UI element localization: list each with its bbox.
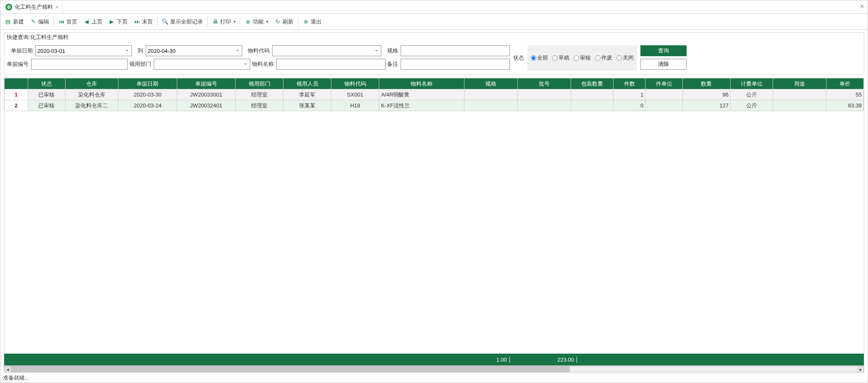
remark-input[interactable] [401,59,510,70]
table-row[interactable]: 1已审核染化料仓库2020-03-30JW20033001经理室李延军SX001… [5,89,864,100]
cell-qty: 127 [682,100,730,111]
col-header[interactable]: 领用人员 [283,78,331,89]
cell-dept: 经理室 [236,89,283,100]
globe-icon [5,4,12,10]
col-header[interactable]: 单据日期 [118,78,177,89]
col-header[interactable]: 仓库 [65,78,118,89]
window-close-icon[interactable]: × [860,2,864,11]
next-icon: ▶ [108,18,115,25]
function-button[interactable]: ≣ 功能 ▾ [242,17,271,26]
cell-spec [464,100,518,111]
col-header[interactable]: 领用部门 [236,78,283,89]
label-spec: 规格 [383,47,399,55]
col-header[interactable]: 包装数量 [571,78,613,89]
col-header[interactable]: 物料代码 [331,78,379,89]
horizontal-scrollbar[interactable]: ◂ ▸ [4,366,864,373]
print-button[interactable]: 🖶 打印 ▾ [209,17,238,26]
col-header[interactable]: 物料名称 [379,78,464,89]
col-header[interactable]: 单据编号 [177,78,235,89]
mat-name-input[interactable] [276,59,385,70]
label-remark: 备注 [387,60,399,68]
label-doc-date: 单据日期 [7,47,34,55]
row-index: 1 [5,89,28,100]
radio-closed[interactable]: 关闭 [616,54,634,62]
filter-title: 快捷查询:化工料生产领料 [4,33,864,42]
last-page-button[interactable]: ⏭ 末页 [131,17,155,26]
tab-bar: 化工料生产领料 × × [0,0,868,14]
col-header[interactable]: 件单位 [645,78,683,89]
tab-title: 化工料生产领料 [15,3,53,11]
cell-mat_code: H18 [331,100,379,111]
radio-void[interactable]: 作废 [595,54,612,62]
tab-item[interactable]: 化工料生产领料 × [2,2,63,13]
col-header[interactable]: 状态 [28,78,65,89]
label-mat-code: 物料代码 [244,47,271,55]
search-icon: 🔍 [162,18,168,25]
label-doc-no: 单据编号 [7,60,29,68]
footer-total: 223.00 [539,357,577,363]
col-header[interactable]: 件数 [614,78,645,89]
data-grid: 状态仓库单据日期单据编号领用部门领用人员物料代码物料名称规格批号包装数量件数件单… [4,78,864,366]
cell-use [773,89,826,100]
exit-button[interactable]: ⊗ 退出 [300,17,324,26]
cell-warehouse: 染化料仓库 [65,89,118,100]
edit-button[interactable]: ✎ 编辑 [27,17,52,26]
list-icon: ≣ [244,18,251,25]
refresh-icon: ↻ [274,18,281,25]
col-header[interactable]: 批号 [517,78,571,89]
print-icon: 🖶 [212,18,218,25]
next-page-button[interactable]: ▶ 下页 [106,17,130,26]
radio-all[interactable]: 全部 [531,54,548,62]
col-header[interactable]: 用途 [773,78,826,89]
cell-date: 2020-03-30 [118,89,177,100]
prev-icon: ◀ [83,18,90,25]
table-row[interactable]: 2已审核染化料仓库二2020-03-24JW20032401经理室张某某H18K… [5,100,864,111]
cell-person: 张某某 [283,100,331,111]
tab-close-icon[interactable]: × [55,4,59,10]
cell-status: 已审核 [28,89,65,100]
first-page-button[interactable]: ⏮ 首页 [55,17,80,26]
cell-no: JW20033001 [177,89,235,100]
col-header-index[interactable] [5,78,28,89]
cell-person: 李延军 [283,89,331,100]
col-header[interactable]: 计量单位 [730,78,773,89]
radio-draft[interactable]: 草稿 [552,54,569,62]
mat-code-input[interactable] [272,45,381,56]
col-header[interactable]: 规格 [464,78,518,89]
doc-no-input[interactable] [31,59,128,70]
refresh-button[interactable]: ↻ 刷新 [272,17,296,26]
scroll-thumb[interactable] [11,366,570,372]
cell-pieces: 1 [614,89,645,100]
date-from-input[interactable] [35,45,132,56]
cell-unit: 公斤 [730,100,773,111]
cell-mat_name: A/4R弱酸黄 [379,89,464,100]
spec-input[interactable] [401,45,510,56]
cell-date: 2020-03-24 [118,100,177,111]
filter-panel: 快捷查询:化工料生产领料 单据日期 到 物料代码 规格 单据编号 领用部门 [4,32,864,75]
cell-warehouse: 染化料仓库二 [65,100,118,111]
label-mat-name: 物料名称 [252,60,275,68]
cell-lot [517,100,571,111]
cell-qty: 96 [682,89,730,100]
cell-use [773,100,826,111]
search-button[interactable]: 查询 [640,45,687,56]
cell-unit: 公斤 [730,89,773,100]
exit-icon: ⊗ [302,18,309,25]
col-header[interactable]: 单价 [826,78,864,89]
scroll-right-icon[interactable]: ▸ [857,366,864,372]
statusbar: 准备就绪... [0,373,868,383]
clear-button[interactable]: 清除 [640,59,687,70]
scroll-left-icon[interactable]: ◂ [4,366,11,372]
cell-lot [517,89,571,100]
col-header[interactable]: 数量 [682,78,730,89]
date-to-input[interactable] [146,45,242,56]
new-button[interactable]: ▤ 新建 [2,17,26,26]
show-all-button[interactable]: 🔍 显示全部记录 [159,17,205,26]
cell-mat_code: SX001 [331,89,379,100]
last-icon: ⏭ [134,18,140,25]
dept-input[interactable] [154,59,250,70]
cell-dept: 经理室 [236,100,283,111]
radio-audit[interactable]: 审核 [574,54,591,62]
first-icon: ⏮ [58,18,65,25]
prev-page-button[interactable]: ◀ 上页 [81,17,105,26]
